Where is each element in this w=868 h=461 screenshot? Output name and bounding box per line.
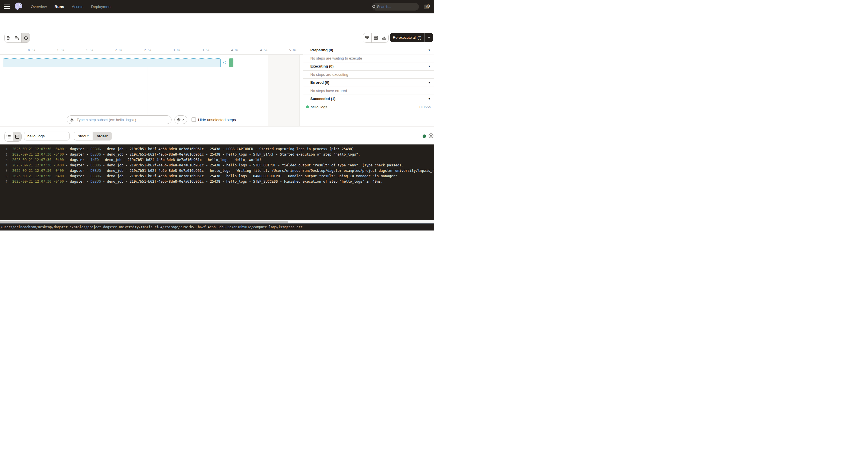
top-nav: Overview Runs Assets Deployment / ⚙ xyxy=(0,0,434,13)
run-content: 0.5s1.0s1.5s2.0s2.5s3.0s3.5s4.0s4.5s5.0s xyxy=(0,46,434,126)
global-search[interactable]: / xyxy=(372,3,419,10)
step-row-hello-logs[interactable]: hello_logs 0.065s xyxy=(303,103,434,112)
log-io-tabs: stdout stderr xyxy=(74,132,112,141)
horizontal-scrollbar[interactable] xyxy=(0,220,434,223)
log-line-number: 3 xyxy=(0,157,10,163)
panel-up-icon xyxy=(382,36,386,40)
waterfall-view-button[interactable] xyxy=(13,33,21,42)
log-segment-ts: 2023-09-21 12:07:30 -0400 xyxy=(12,179,64,184)
chevron-down-icon[interactable]: ▼ xyxy=(428,97,431,100)
log-segment-level: DEBUG xyxy=(91,168,101,174)
split-panels-button[interactable] xyxy=(371,33,380,42)
axis-tick-label: 2.0s xyxy=(115,49,123,52)
chevron-down-icon[interactable]: ▼ xyxy=(428,49,431,52)
nav-item-runs[interactable]: Runs xyxy=(55,5,64,9)
section-preparing-empty: No steps are waiting to execute xyxy=(303,54,434,63)
log-line: 62023-09-21 12:07:30 -0400 - dagster - D… xyxy=(0,174,434,179)
list-icon xyxy=(6,135,11,139)
gantt-toolbar: Hide not started steps xyxy=(0,29,434,46)
op-selector-icon xyxy=(70,118,74,122)
reexecute-all-button[interactable]: Re-execute all (*) xyxy=(390,35,424,40)
log-segment-ts: 2023-09-21 12:07:30 -0400 xyxy=(12,157,64,163)
chevron-down-icon[interactable]: ▼ xyxy=(428,65,431,68)
step-success-dot-icon xyxy=(306,105,309,108)
log-segment-plain: - demo_job - 219c7b51-b62f-4e5b-8de8-0e7… xyxy=(99,157,261,163)
chevron-down-icon[interactable]: ▼ xyxy=(428,81,431,84)
waiting-dotted-line xyxy=(3,58,220,59)
log-segment-level: INFO xyxy=(91,157,99,163)
log-segment-plain: - dagster - xyxy=(64,147,91,152)
hide-unselected-checkbox[interactable] xyxy=(191,117,196,122)
step-name[interactable]: hello_logs xyxy=(311,105,328,109)
log-segment-ts: 2023-09-21 12:07:30 -0400 xyxy=(12,147,64,152)
settings-gear-icon[interactable]: ⚙ xyxy=(426,4,430,8)
gantt-view-mode-group xyxy=(4,33,30,43)
console-icon xyxy=(15,135,20,139)
search-input[interactable] xyxy=(376,5,424,9)
structured-log-view-button[interactable] xyxy=(5,132,13,141)
section-succeeded-header[interactable]: Succeeded (1) ▼ xyxy=(303,95,434,103)
run-header: 219c7b51 Success Run of demo_job @ 4f105… xyxy=(0,13,434,29)
step-start-marker-icon xyxy=(223,61,226,64)
section-errored-header[interactable]: Errored (0) ▼ xyxy=(303,79,434,87)
graph-query-toggle-button[interactable] xyxy=(175,115,187,124)
log-view-mode-group xyxy=(4,132,22,142)
log-toolbar: stdout stderr xyxy=(0,126,434,145)
expand-top-panel-button[interactable] xyxy=(380,33,389,42)
step-subset-input[interactable] xyxy=(76,117,168,122)
hamburger-menu-icon[interactable] xyxy=(4,5,10,9)
nav-item-deployment[interactable]: Deployment xyxy=(91,5,112,9)
section-errored-empty: No steps have errored xyxy=(303,87,434,95)
stopwatch-icon xyxy=(24,36,28,40)
log-segment-plain: - demo_job - 219c7b51-b62f-4e5b-8de8-0e7… xyxy=(101,147,356,152)
section-executing-empty: No steps are executing xyxy=(303,71,434,79)
dagster-logo-icon[interactable] xyxy=(14,2,23,11)
axis-tick-label: 0.5s xyxy=(28,49,36,52)
log-segment-plain: - dagster - xyxy=(64,157,91,163)
section-title: Errored (0) xyxy=(310,80,329,85)
tab-stdout[interactable]: stdout xyxy=(74,132,93,140)
log-capture-status-dot xyxy=(423,134,426,138)
section-preparing-header[interactable]: Preparing (0) ▼ xyxy=(303,46,434,54)
waterfall-view-icon xyxy=(15,36,20,40)
log-line: 52023-09-21 12:07:30 -0400 - dagster - D… xyxy=(0,168,434,174)
log-line: 12023-09-21 12:07:30 -0400 - dagster - D… xyxy=(0,147,434,152)
panel-down-icon xyxy=(365,36,369,40)
axis-tick-label: 3.0s xyxy=(173,49,181,52)
log-line: 22023-09-21 12:07:30 -0400 - dagster - D… xyxy=(0,152,434,157)
flat-view-button[interactable] xyxy=(5,33,13,42)
raw-log-view[interactable]: 12023-09-21 12:07:30 -0400 - dagster - D… xyxy=(0,145,434,220)
layers-icon xyxy=(177,118,181,122)
nav-item-overview[interactable]: Overview xyxy=(31,5,47,9)
log-line: 42023-09-21 12:07:30 -0400 - dagster - D… xyxy=(0,163,434,168)
horizontal-scrollbar-thumb[interactable] xyxy=(0,221,288,223)
log-segment-plain: - demo_job - 219c7b51-b62f-4e5b-8de8-0e7… xyxy=(101,168,434,174)
log-segment-level: DEBUG xyxy=(91,152,101,157)
tab-stderr[interactable]: stderr xyxy=(93,132,112,140)
raw-log-view-button[interactable] xyxy=(13,132,21,141)
step-success-bar[interactable] xyxy=(229,58,233,67)
log-step-filter-input[interactable] xyxy=(24,132,69,141)
reexecute-caret-button[interactable] xyxy=(424,33,433,42)
log-segment-level: DEBUG xyxy=(91,163,101,168)
step-subset-inputbox[interactable] xyxy=(67,115,172,124)
axis-tick-label: 2.5s xyxy=(144,49,152,52)
hide-unselected-label[interactable]: Hide unselected steps xyxy=(198,118,236,122)
section-title: Succeeded (1) xyxy=(310,97,335,101)
expand-bottom-panel-button[interactable] xyxy=(363,33,371,42)
nav-item-assets[interactable]: Assets xyxy=(72,5,84,9)
step-subset-row: Hide unselected steps xyxy=(0,115,303,124)
log-file-path: /Users/erincochran/Desktop/dagster-examp… xyxy=(0,225,302,229)
section-executing-header[interactable]: Executing (0) ▼ xyxy=(303,62,434,71)
log-segment-ts: 2023-09-21 12:07:30 -0400 xyxy=(12,168,64,174)
download-icon xyxy=(429,133,433,138)
step-duration: 0.065s xyxy=(420,105,431,109)
axis-tick-label: 3.5s xyxy=(202,49,210,52)
log-segment-plain: - demo_job - 219c7b51-b62f-4e5b-8de8-0e7… xyxy=(101,174,397,179)
log-line-number: 4 xyxy=(0,163,10,168)
timed-view-button[interactable] xyxy=(21,33,30,42)
step-waiting-bar[interactable] xyxy=(3,59,221,67)
log-segment-plain: - demo_job - 219c7b51-b62f-4e5b-8de8-0e7… xyxy=(101,152,360,157)
log-segment-level: DEBUG xyxy=(91,174,101,179)
download-log-button[interactable] xyxy=(429,133,433,138)
